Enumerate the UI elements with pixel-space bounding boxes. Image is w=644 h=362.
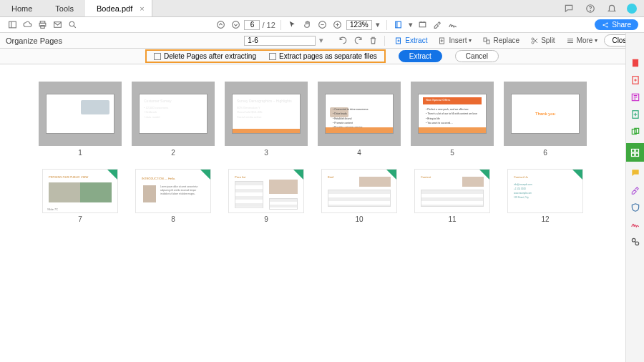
tab-strip: Home Tools Bodea.pdf ×	[0, 0, 644, 17]
page-up-icon[interactable]	[214, 19, 227, 31]
avatar[interactable]	[627, 4, 637, 14]
fit-page-icon[interactable]	[392, 19, 405, 31]
page-thumb[interactable]: Thank you 6	[499, 82, 592, 157]
page-thumb[interactable]: INTRODUCTION — Hello.Lorem ipsum dolor s…	[127, 170, 220, 223]
rotate-left-icon[interactable]	[336, 34, 349, 47]
chevron-down-icon: ▾	[469, 37, 472, 44]
save-cloud-icon[interactable]	[21, 19, 34, 31]
checkbox-icon	[269, 53, 276, 60]
create-icon[interactable]	[630, 109, 641, 120]
combine-icon[interactable]	[630, 126, 641, 137]
page-number-input[interactable]	[244, 20, 260, 30]
sidebar-toggle-icon[interactable]	[6, 19, 19, 31]
page-thumb[interactable]: Contact Usinfo@example.com+1 555 0100www…	[499, 170, 592, 223]
page-thumb[interactable]: Customer Survey▪ 12,500 customers▪ field…	[127, 82, 220, 157]
page-thumb[interactable]: Price list 9	[220, 170, 313, 223]
read-mode-icon[interactable]	[416, 19, 429, 31]
page-thumb[interactable]: Survey Demographics – Highlights60% Gene…	[220, 82, 313, 157]
page-thumb[interactable]: Content 11	[406, 170, 499, 223]
split-button[interactable]: Split	[526, 34, 559, 47]
organize-pages-icon[interactable]	[626, 143, 645, 162]
svg-rect-40	[632, 149, 635, 152]
replace-label: Replace	[493, 36, 519, 44]
trash-icon[interactable]	[366, 34, 379, 47]
edit-pdf-icon[interactable]	[630, 92, 641, 103]
protect-icon[interactable]	[630, 202, 641, 213]
tab-tools[interactable]: Tools	[44, 0, 85, 16]
insert-button[interactable]: Insert ▾	[434, 34, 476, 47]
close-tab-icon[interactable]: ×	[140, 4, 144, 13]
page-number: 6	[543, 149, 547, 157]
highlight-icon[interactable]	[431, 19, 444, 31]
hand-icon[interactable]	[301, 19, 314, 31]
tool-rail	[625, 33, 644, 362]
page-thumb[interactable]: Brief 10	[313, 170, 406, 223]
svg-line-46	[635, 241, 635, 242]
redact-icon[interactable]	[630, 236, 641, 248]
comment-icon[interactable]	[630, 167, 641, 179]
main-toolbar: / 12 ▾ ▾ Share	[0, 17, 644, 33]
tab-document[interactable]: Bodea.pdf ×	[85, 0, 152, 16]
page-number: 8	[171, 215, 175, 223]
search-icon[interactable]	[66, 19, 79, 31]
help-icon[interactable]	[584, 2, 597, 15]
delete-after-label: Delete Pages after extracting	[164, 52, 256, 60]
svg-rect-34	[632, 59, 638, 67]
svg-rect-41	[635, 149, 638, 152]
share-label: Share	[612, 21, 631, 29]
print-icon[interactable]	[36, 19, 49, 31]
extract-options-highlight: Delete Pages after extracting Extract pa…	[145, 49, 386, 63]
svg-rect-27	[484, 38, 487, 41]
cancel-button[interactable]: Cancel	[455, 50, 499, 62]
tab-home[interactable]: Home	[0, 0, 44, 16]
split-label: Split	[541, 36, 555, 44]
export-icon[interactable]	[630, 74, 641, 86]
page-number: 11	[448, 215, 456, 223]
pointer-icon[interactable]	[286, 19, 299, 31]
page-thumb[interactable]: Reasons for Joining• Connected to drive …	[313, 82, 406, 157]
share-button[interactable]: Share	[595, 19, 638, 30]
chat-icon[interactable]	[562, 2, 575, 15]
page-thumb[interactable]: 1	[34, 82, 127, 157]
svg-rect-28	[487, 40, 489, 44]
organize-toolbar: Organize Pages ▾ Extract Insert ▾ Replac…	[0, 33, 644, 49]
chevron-down-icon: ▾	[595, 37, 597, 44]
extract-tool-button[interactable]: Extract	[390, 34, 431, 47]
sign-icon[interactable]	[447, 19, 459, 31]
svg-rect-17	[396, 21, 401, 28]
zoom-input[interactable]	[346, 20, 372, 30]
sign-tool-icon[interactable]	[630, 219, 641, 230]
extract-button[interactable]: Extract	[399, 50, 442, 62]
page-number: 10	[355, 215, 363, 223]
extract-options-bar: Delete Pages after extracting Extract pa…	[0, 49, 644, 64]
zoom-out-icon[interactable]	[316, 19, 329, 31]
separate-files-checkbox[interactable]: Extract pages as separate files	[269, 52, 377, 60]
tab-document-label: Bodea.pdf	[97, 4, 132, 13]
rotate-right-icon[interactable]	[351, 34, 364, 47]
chevron-down-icon[interactable]: ▾	[407, 19, 414, 31]
page-number: 1	[78, 149, 82, 157]
organize-title: Organize Pages	[6, 36, 62, 45]
svg-point-30	[532, 41, 534, 44]
bell-icon[interactable]	[605, 2, 618, 15]
svg-rect-18	[420, 22, 426, 27]
page-thumb[interactable]: PROVING OUR PUBLIC VIEWSlide 7C 7	[34, 170, 127, 223]
chevron-down-icon[interactable]: ▾	[318, 34, 325, 47]
fill-sign-icon[interactable]	[630, 185, 641, 196]
replace-button[interactable]: Replace	[478, 34, 524, 47]
page-down-icon[interactable]	[229, 19, 242, 31]
more-button[interactable]: More ▾	[562, 34, 602, 47]
mail-icon[interactable]	[51, 19, 64, 31]
svg-rect-2	[9, 21, 16, 28]
page-thumb[interactable]: New Special Offers• Perfect a new pack, …	[406, 82, 499, 157]
svg-line-9	[74, 26, 76, 28]
chevron-down-icon[interactable]: ▾	[374, 19, 381, 31]
svg-rect-43	[635, 153, 638, 156]
pdf-icon[interactable]	[630, 57, 641, 69]
svg-point-10	[218, 21, 225, 29]
zoom-in-icon[interactable]	[331, 19, 344, 31]
delete-after-checkbox[interactable]: Delete Pages after extracting	[154, 52, 256, 60]
page-number: 12	[541, 215, 549, 223]
page-range-input[interactable]	[244, 36, 316, 46]
svg-point-1	[590, 10, 591, 11]
